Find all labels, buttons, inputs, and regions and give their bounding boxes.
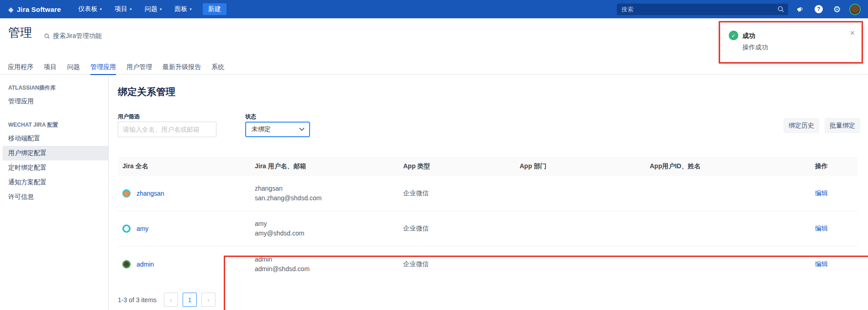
edit-link[interactable]: 编辑	[815, 224, 828, 232]
table-body: zhangsan zhangsan san.zhang@shdsd.com 企业…	[118, 176, 857, 282]
batch-binding-button[interactable]: 批量绑定	[825, 118, 860, 133]
pagination-page-1[interactable]: 1	[183, 293, 197, 307]
jira-username: amy	[255, 219, 399, 229]
chevron-down-icon: ▾	[100, 7, 102, 11]
help-button[interactable]: ?	[813, 3, 825, 15]
user-filter-label: 用户筛选	[118, 113, 140, 121]
admin-tab-label: 问题	[67, 63, 80, 70]
chevron-down-icon: ▾	[130, 7, 132, 11]
jira-fullname-cell: zhangsan	[118, 189, 250, 198]
edit-link[interactable]: 编辑	[815, 189, 828, 197]
chevron-down-icon: ▾	[189, 7, 192, 11]
table-row: amy amy amy@shdsd.com 企业微信 编辑	[118, 211, 857, 246]
admin-tab[interactable]: 管理应用	[90, 61, 116, 75]
status-filter-label: 状态	[245, 113, 256, 121]
sidebar-entry[interactable]: 用户绑定配置	[3, 146, 108, 160]
sidebar-entry-label: 移动端配置	[8, 134, 40, 142]
admin-tab[interactable]: 项目	[44, 61, 57, 75]
sidebar: ATLASSIAN插件库 管理应用 WECHAT JIRA 配置 移动端配置 用…	[0, 75, 109, 310]
close-icon[interactable]: ×	[850, 28, 855, 38]
table-header-cell: App用户ID、姓名	[645, 162, 810, 171]
jira-username: admin	[255, 255, 399, 264]
sidebar-entry[interactable]: WECHAT JIRA 配置	[3, 118, 108, 131]
status-select[interactable]: 未绑定	[245, 122, 310, 137]
sidebar-entry[interactable]: ATLASSIAN插件库	[3, 81, 108, 94]
nav-search	[617, 4, 788, 15]
nav-menu-item[interactable]: 仪表板 ▾	[74, 2, 107, 16]
search-input[interactable]	[617, 4, 788, 15]
create-button[interactable]: 新建	[203, 3, 226, 15]
search-icon[interactable]	[777, 5, 784, 13]
row-avatar	[122, 260, 131, 268]
page-title: 管理	[8, 25, 32, 41]
settings-button[interactable]: ⚙	[831, 3, 843, 15]
chevron-down-icon	[299, 128, 305, 131]
sidebar-entry-label: 定时绑定配置	[8, 164, 47, 171]
admin-tab-label: 项目	[44, 63, 57, 70]
admin-tab[interactable]: 应用程序	[8, 61, 33, 75]
chevron-left-icon: ‹	[170, 296, 172, 304]
admin-tab-label: 用户管理	[126, 63, 152, 70]
jira-username-email-cell: zhangsan san.zhang@shdsd.com	[250, 184, 399, 203]
table-header-row: Jira 全名 Jira 用户名、邮箱 App 类型 App 部门 App用户I…	[118, 157, 857, 176]
sidebar-entry[interactable]: 许可信息	[3, 190, 108, 204]
toast-message: 操作成功	[742, 43, 768, 52]
nav-menu-item[interactable]: 问题 ▾	[140, 2, 167, 16]
sidebar-entry[interactable]: 移动端配置	[3, 131, 108, 146]
sidebar-entry[interactable]: 管理应用	[3, 94, 108, 109]
table-row: admin admin admin@shdsd.com 企业微信 编辑	[118, 246, 857, 282]
nav-right-cluster: ? ⚙	[617, 3, 861, 15]
table-header-cell: Jira 用户名、邮箱	[250, 162, 399, 171]
main-content: 绑定关系管理 用户筛选 状态 未绑定 绑定历史 批量绑定 Jira 全名 Jir…	[109, 75, 868, 310]
admin-tab[interactable]: 问题	[67, 61, 80, 75]
pagination-summary: 1-3 of 3 items	[118, 296, 157, 304]
pagination-next-button[interactable]: ›	[201, 293, 216, 307]
sidebar-entry-label: 用户绑定配置	[8, 149, 47, 156]
megaphone-icon	[796, 5, 805, 13]
success-icon: ✓	[729, 31, 738, 40]
table-header-cell: Jira 全名	[118, 162, 250, 171]
jira-email: san.zhang@shdsd.com	[255, 193, 399, 203]
sidebar-entry[interactable]: 定时绑定配置	[3, 160, 108, 175]
action-cell: 编辑	[810, 224, 857, 233]
gear-icon: ⚙	[833, 5, 841, 14]
pagination-prev-button[interactable]: ‹	[164, 293, 178, 307]
app-type-cell: 企业微信	[399, 260, 515, 268]
sidebar-entry[interactable]: 通知方案配置	[3, 175, 108, 190]
user-filter-input[interactable]	[118, 122, 216, 137]
row-avatar	[122, 224, 131, 233]
jira-email: amy@shdsd.com	[255, 229, 399, 238]
binding-history-button[interactable]: 绑定历史	[784, 118, 819, 133]
sidebar-entry-label: ATLASSIAN插件库	[8, 85, 56, 91]
chevron-right-icon: ›	[207, 296, 210, 304]
nav-menu-item[interactable]: 面板 ▾	[170, 2, 196, 16]
admin-tab-label: 最新升级报告	[163, 63, 201, 70]
admin-tab[interactable]: 用户管理	[126, 61, 152, 75]
user-link[interactable]: zhangsan	[137, 190, 164, 197]
admin-tab-label: 应用程序	[8, 63, 33, 70]
edit-link[interactable]: 编辑	[815, 260, 828, 267]
admin-search[interactable]: 搜索Jira管理功能	[44, 32, 102, 40]
jira-username-email-cell: amy amy@shdsd.com	[250, 219, 399, 238]
user-link[interactable]: amy	[137, 225, 148, 232]
jira-fullname-cell: amy	[118, 224, 250, 233]
section-title: 绑定关系管理	[118, 86, 175, 98]
toast-title: 成功	[742, 32, 755, 40]
admin-tab[interactable]: 系统	[211, 61, 224, 75]
chevron-down-icon: ▾	[160, 7, 162, 11]
action-cell: 编辑	[810, 189, 857, 198]
admin-tab[interactable]: 最新升级报告	[163, 61, 201, 75]
nav-menu-item[interactable]: 项目 ▾	[110, 2, 137, 16]
jira-logo-text: Jira Software	[17, 5, 61, 13]
user-avatar[interactable]	[849, 4, 861, 15]
table-header-cell: App 类型	[399, 162, 515, 171]
user-link[interactable]: admin	[137, 261, 154, 268]
sidebar-entry-label: 管理应用	[8, 97, 34, 105]
jira-logo[interactable]: ◆ Jira Software	[8, 5, 61, 13]
search-icon	[44, 33, 50, 39]
nav-menu-item-label: 仪表板	[79, 5, 98, 13]
success-toast: ✓ 成功 操作成功 ×	[721, 23, 861, 62]
announcement-button[interactable]	[794, 3, 806, 15]
row-avatar	[122, 189, 131, 198]
nav-menu-item-label: 面板	[174, 5, 187, 13]
